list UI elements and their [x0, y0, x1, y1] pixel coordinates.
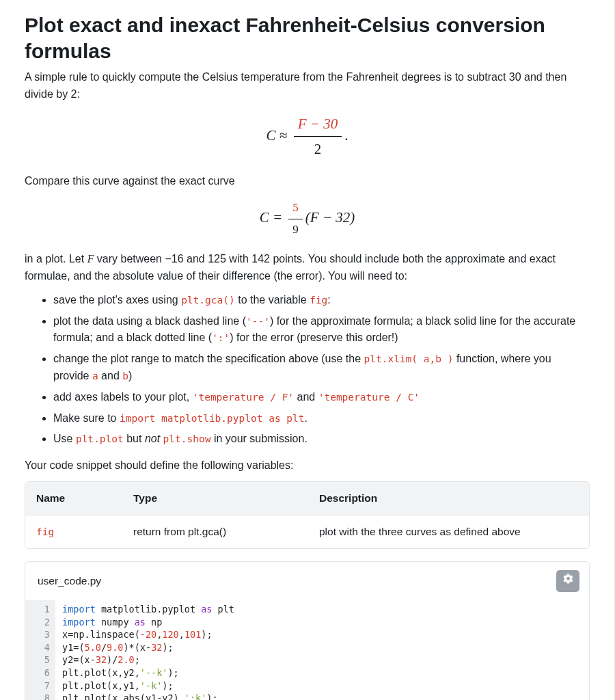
code-editor: user_code.py 123456789101112 import matp…: [25, 561, 590, 700]
compare-paragraph: Compare this curve against the exact cur…: [25, 173, 590, 190]
settings-button[interactable]: [556, 570, 579, 592]
table-row: fig return from plt.gca() plot with the …: [25, 515, 589, 548]
list-item: Use plt.plot but not plt.show in your su…: [53, 431, 590, 448]
formula-approx: C ≈ F − 30 2 .: [25, 113, 590, 161]
code-content[interactable]: import matplotlib.pyplot as pltimport nu…: [55, 600, 589, 700]
plot-paragraph: in a plot. Let F vary between −16 and 12…: [25, 251, 590, 285]
list-item: add axes labels to your plot, 'temperatu…: [53, 389, 590, 406]
line-gutter: 123456789101112: [25, 600, 55, 700]
col-type: Type: [122, 482, 308, 515]
page-title: Plot exact and inexact Fahrenheit-Celsiu…: [25, 12, 590, 64]
list-item: Make sure to import matplotlib.pyplot as…: [53, 410, 590, 427]
gear-icon: [562, 573, 574, 589]
list-item: save the plot's axes using plt.gca() to …: [53, 292, 590, 309]
list-item: plot the data using a black dashed line …: [53, 313, 590, 347]
requirements-list: save the plot's axes using plt.gca() to …: [25, 292, 590, 448]
intro-paragraph: A simple rule to quickly compute the Cel…: [25, 69, 590, 103]
code-area[interactable]: 123456789101112 import matplotlib.pyplot…: [25, 600, 589, 700]
filename-label: user_code.py: [38, 573, 101, 589]
col-desc: Description: [308, 482, 589, 515]
list-item: change the plot range to match the speci…: [53, 351, 590, 385]
variables-table: Name Type Description fig return from pl…: [25, 481, 590, 549]
col-name: Name: [25, 482, 122, 515]
variables-intro: Your code snippet should define the foll…: [25, 457, 590, 474]
formula-exact: C = 5 9 (F − 32): [25, 199, 590, 239]
